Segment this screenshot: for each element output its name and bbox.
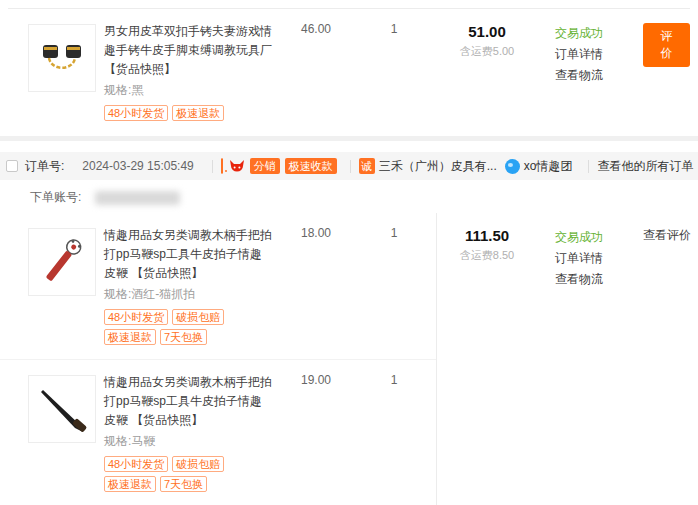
order-checkbox[interactable]: [6, 160, 18, 172]
badge-fast-refund: 极速退款: [104, 476, 156, 492]
order-detail-link[interactable]: 订单详情: [555, 44, 627, 65]
total-amount: 111.50: [437, 227, 537, 245]
product-spec: 规格:马鞭: [104, 432, 274, 450]
badge-7day-exchange: 7天包换: [160, 329, 207, 345]
handcuffs-picture: [29, 25, 95, 91]
divider: [588, 160, 589, 173]
divider: [212, 160, 213, 173]
divider: [350, 160, 351, 173]
product-spec: 规格:黑: [104, 81, 274, 99]
order-status-column: 交易成功 订单详情 查看物流: [537, 23, 627, 86]
order-datetime: 2024-03-29 15:05:49: [82, 159, 193, 173]
order-total: 111.50 含运费8.50: [437, 227, 537, 263]
bull-icon: [229, 159, 245, 174]
order-number-label: 订单号:: [25, 158, 64, 175]
unit-price: 19.00: [288, 373, 344, 492]
chengxin-cert-icon: 诚: [359, 158, 375, 174]
order-status-column: 交易成功 订单详情 查看物流: [537, 227, 627, 290]
order-total: 51.00 含运费5.00: [437, 23, 537, 59]
order-1-items: 男女用皮革双扣手铐夫妻游戏情趣手铐牛皮手脚束缚调教玩具厂 【货品快照】 规格:黑…: [8, 9, 437, 135]
red-paddle-picture: [29, 229, 95, 295]
order-block-1: 男女用皮革双扣手铐夫妻游戏情趣手铐牛皮手脚束缚调教玩具厂 【货品快照】 规格:黑…: [0, 8, 698, 135]
view-evaluation-link[interactable]: 查看评价: [643, 228, 691, 242]
product-title[interactable]: 男女用皮革双扣手铐夫妻游戏情趣手铐牛皮手脚束缚调教玩具厂 【货品快照】: [104, 22, 274, 79]
order-block-2: 订单号: 2024-03-29 15:05:49 分销 极速收款 诚 三禾（广州…: [0, 152, 698, 505]
unit-price: 46.00: [288, 22, 344, 121]
buyer-account-row: 下单账号:: [0, 180, 698, 213]
logistics-link[interactable]: 查看物流: [555, 269, 627, 290]
product-title[interactable]: 情趣用品女另类调教木柄手把拍打pp马鞭sp工具牛皮拍子情趣皮鞭 【货品快照】: [104, 226, 274, 283]
product-row: 男女用皮革双扣手铐夫妻游戏情趣手铐牛皮手脚束缚调教玩具厂 【货品快照】 规格:黑…: [8, 9, 437, 135]
seller-name[interactable]: 三禾（广州）皮具有...: [379, 158, 497, 175]
product-row: 情趣用品女另类调教木柄手把拍打pp马鞭sp工具牛皮拍子情趣皮鞭 【货品快照】 规…: [0, 213, 436, 359]
order-list-page: 男女用皮革双扣手铐夫妻游戏情趣手铐牛皮手脚束缚调教玩具厂 【货品快照】 规格:黑…: [0, 0, 698, 505]
unit-price: 18.00: [288, 226, 344, 345]
order-separator: [0, 136, 698, 141]
black-whip-picture: [29, 376, 95, 442]
buyer-account-label: 下单账号:: [30, 189, 81, 206]
product-row: 情趣用品女另类调教木柄手把拍打pp马鞭sp工具牛皮拍子情趣皮鞭 【货品快照】 规…: [0, 359, 436, 505]
product-image[interactable]: [28, 24, 96, 92]
mobile-order-icon: [221, 158, 223, 174]
buyer-account-redacted: [95, 191, 180, 205]
distribution-badge[interactable]: 分销: [250, 158, 280, 174]
badge-damage-cover: 破损包赔: [172, 456, 224, 472]
quantity: 1: [364, 226, 424, 345]
status-success: 交易成功: [555, 227, 627, 248]
shipping-fee-note: 含运费8.50: [437, 248, 537, 263]
quantity: 1: [364, 373, 424, 492]
buyer-chat-name[interactable]: xo情趣团: [524, 158, 573, 175]
badge-7day-exchange: 7天包换: [160, 476, 207, 492]
order-2-items: 情趣用品女另类调教木柄手把拍打pp马鞭sp工具牛皮拍子情趣皮鞭 【货品快照】 规…: [0, 213, 437, 505]
product-badges: 48小时发货破损包赔极速退款7天包换: [104, 452, 274, 492]
badge-48h-shipping: 48小时发货: [104, 456, 168, 472]
evaluate-button[interactable]: 评价: [643, 23, 690, 67]
badge-fast-refund: 极速退款: [172, 105, 224, 121]
badge-48h-shipping: 48小时发货: [104, 309, 168, 325]
product-badges: 48小时发货破损包赔极速退款7天包换: [104, 305, 274, 345]
order-header-bar: 订单号: 2024-03-29 15:05:49 分销 极速收款 诚 三禾（广州…: [0, 152, 698, 180]
product-image[interactable]: [28, 375, 96, 443]
badge-48h-shipping: 48小时发货: [104, 105, 168, 121]
status-success: 交易成功: [555, 23, 627, 44]
badge-damage-cover: 破损包赔: [172, 309, 224, 325]
fast-collection-badge[interactable]: 极速收款: [285, 158, 337, 174]
total-amount: 51.00: [437, 23, 537, 41]
wangwang-chat-icon[interactable]: [505, 159, 520, 174]
logistics-link[interactable]: 查看物流: [555, 65, 627, 86]
badge-fast-refund: 极速退款: [104, 329, 156, 345]
product-title[interactable]: 情趣用品女另类调教木柄手把拍打pp马鞭sp工具牛皮拍子情趣皮鞭 【货品快照】: [104, 373, 274, 430]
shipping-fee-note: 含运费5.00: [437, 44, 537, 59]
product-badges: 48小时发货极速退款: [104, 101, 274, 121]
view-all-orders-link[interactable]: 查看他的所有订单: [597, 158, 693, 175]
product-spec: 规格:酒红-猫抓拍: [104, 285, 274, 303]
product-image[interactable]: [28, 228, 96, 296]
quantity: 1: [364, 22, 424, 121]
order-detail-link[interactable]: 订单详情: [555, 248, 627, 269]
